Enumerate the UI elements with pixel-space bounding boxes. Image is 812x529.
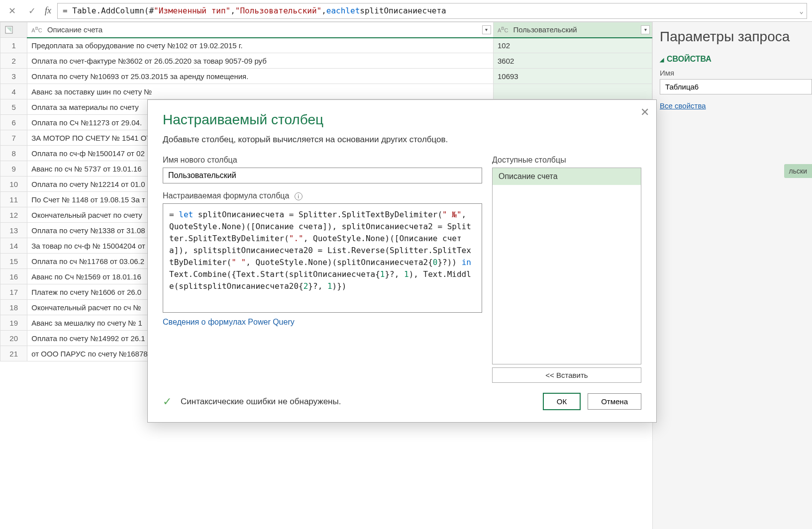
type-icon: ABC [498, 27, 508, 33]
cell-custom[interactable]: 3602 [493, 53, 652, 69]
cancel-icon[interactable]: ✕ [5, 4, 19, 18]
formula-bar: ✕ ✓ fx = Table.AddColumn(#"Измененный ти… [0, 0, 812, 22]
cell-description[interactable]: Аванс за поставку шин по счету № [27, 84, 494, 99]
cell-description[interactable]: Оплата по счет-фактуре №3602 от 26.05.20… [27, 53, 494, 69]
row-number[interactable]: 3 [0, 69, 27, 84]
row-number[interactable]: 16 [0, 269, 27, 284]
dialog-title: Настраиваемый столбец [163, 112, 641, 128]
row-number[interactable]: 17 [0, 284, 27, 300]
panel-title: Параметры запроса [660, 29, 812, 45]
properties-section-header[interactable]: СВОЙСТВА [660, 55, 812, 64]
filter-chevron-icon[interactable]: ▾ [482, 25, 491, 34]
row-number[interactable]: 10 [0, 176, 27, 192]
row-number[interactable]: 20 [0, 331, 27, 346]
formula-label: Настраиваемая формула столбца i [163, 191, 482, 200]
table-row[interactable]: 2Оплата по счет-фактуре №3602 от 26.05.2… [0, 53, 652, 69]
available-column-item[interactable]: Описание счета [493, 168, 641, 185]
syntax-status: Синтаксические ошибки не обнаружены. [181, 397, 536, 407]
cell-description[interactable]: Оплата по счету №10693 от 25.03.2015 за … [27, 69, 494, 84]
formula-text: = Table.AddColumn(# [63, 6, 154, 15]
table-row[interactable]: 1Предоплата за оборудование по счету №10… [0, 38, 652, 53]
cell-custom[interactable]: 102 [493, 38, 652, 53]
row-number[interactable]: 1 [0, 38, 27, 53]
formula-input[interactable]: = Table.AddColumn(#"Измененный тип", "По… [57, 3, 807, 19]
formula-editor[interactable]: = let splitОписаниесчета = Splitter.Spli… [163, 203, 482, 313]
column-name: Пользовательский [513, 25, 577, 34]
query-settings-panel: Параметры запроса СВОЙСТВА Имя Все свойс… [653, 22, 812, 529]
new-column-name-label: Имя нового столбца [163, 156, 482, 165]
row-number[interactable]: 19 [0, 315, 27, 331]
query-name-input[interactable] [660, 79, 812, 94]
table-row[interactable]: 3Оплата по счету №10693 от 25.03.2015 за… [0, 69, 652, 84]
check-icon: ✓ [163, 395, 172, 408]
ok-button[interactable]: ОК [543, 393, 581, 410]
row-number[interactable]: 8 [0, 146, 27, 161]
insert-button[interactable]: << Вставить [492, 367, 641, 383]
dialog-subtitle: Добавьте столбец, который вычисляется на… [163, 135, 641, 145]
row-number[interactable]: 15 [0, 254, 27, 269]
row-number[interactable]: 21 [0, 346, 27, 361]
column-name: Описание счета [47, 25, 102, 34]
fx-icon[interactable]: fx [45, 5, 51, 16]
cell-custom[interactable] [493, 84, 652, 99]
row-number[interactable]: 2 [0, 53, 27, 69]
cell-description[interactable]: Предоплата за оборудование по счету №102… [27, 38, 494, 53]
row-number[interactable]: 4 [0, 84, 27, 99]
row-number[interactable]: 18 [0, 300, 27, 315]
power-query-help-link[interactable]: Сведения о формулах Power Query [163, 318, 482, 327]
custom-column-dialog: ✕ Настраиваемый столбец Добавьте столбец… [147, 99, 657, 423]
filter-chevron-icon[interactable]: ▾ [641, 25, 650, 34]
cell-custom[interactable]: 10693 [493, 69, 652, 84]
all-properties-link[interactable]: Все свойства [660, 101, 812, 110]
row-number[interactable]: 14 [0, 238, 27, 254]
close-icon[interactable]: ✕ [640, 106, 649, 119]
name-label: Имя [660, 69, 812, 77]
available-columns-label: Доступные столбцы [492, 156, 641, 165]
row-number[interactable]: 12 [0, 207, 27, 223]
new-column-name-input[interactable] [163, 168, 482, 183]
row-number[interactable]: 11 [0, 192, 27, 207]
row-number[interactable]: 6 [0, 115, 27, 130]
table-row[interactable]: 4Аванс за поставку шин по счету № [0, 84, 652, 99]
info-icon[interactable]: i [295, 192, 303, 200]
select-all-corner[interactable] [0, 22, 27, 38]
row-number[interactable]: 5 [0, 99, 27, 115]
step-badge[interactable]: льски [784, 164, 812, 178]
column-header-description[interactable]: ABC Описание счета ▾ [27, 22, 494, 38]
row-number[interactable]: 13 [0, 223, 27, 238]
cancel-button[interactable]: Отмена [588, 393, 641, 410]
confirm-icon[interactable]: ✓ [25, 4, 39, 18]
column-header-custom[interactable]: ABC Пользовательский ▾ [493, 22, 652, 38]
row-number[interactable]: 7 [0, 130, 27, 146]
row-number[interactable]: 9 [0, 161, 27, 176]
type-icon: ABC [31, 27, 42, 33]
expand-chevron-icon[interactable]: ⌄ [800, 7, 804, 15]
available-columns-list[interactable]: Описание счета [492, 168, 641, 364]
